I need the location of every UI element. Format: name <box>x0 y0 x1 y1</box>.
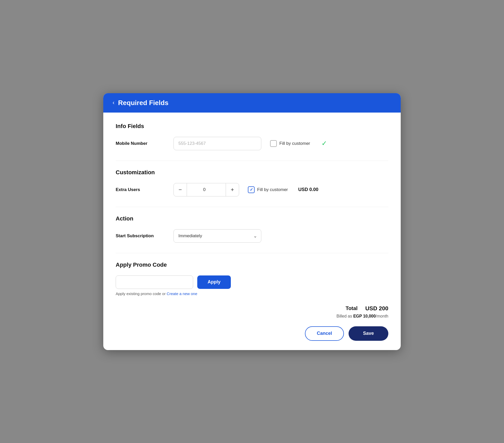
total-row: Total USD 200 <box>116 305 388 312</box>
start-subscription-label: Start Subscription <box>116 233 167 239</box>
billed-prefix: Billed as <box>336 314 352 319</box>
info-fields-section: Info Fields Mobile Number Fill by custom… <box>116 123 388 150</box>
modal-title: Required Fields <box>118 99 168 107</box>
extra-users-fill-by-customer-group: Fill by customer <box>248 186 288 193</box>
mobile-fill-by-customer-group: Fill by customer <box>270 140 310 147</box>
extra-users-label: Extra Users <box>116 187 167 192</box>
save-button[interactable]: Save <box>349 326 388 341</box>
extra-users-fill-by-customer-checkbox[interactable] <box>248 186 255 193</box>
promo-row: Apply <box>116 275 388 289</box>
start-subscription-row: Start Subscription Immediately On specif… <box>116 229 388 243</box>
apply-button[interactable]: Apply <box>197 275 231 289</box>
extra-users-fill-by-customer-label: Fill by customer <box>257 187 288 192</box>
decrement-button[interactable]: − <box>174 183 187 196</box>
increment-button[interactable]: + <box>226 183 239 196</box>
modal-container: ‹ Required Fields Info Fields Mobile Num… <box>103 93 401 350</box>
mobile-number-input[interactable] <box>174 137 261 150</box>
action-section: Action Start Subscription Immediately On… <box>116 215 388 243</box>
modal-header: ‹ Required Fields <box>103 93 401 113</box>
start-subscription-select[interactable]: Immediately On specific date Manual <box>174 229 261 243</box>
action-title: Action <box>116 215 388 222</box>
billed-suffix: /month <box>376 314 388 319</box>
divider-1 <box>116 161 388 161</box>
cancel-button[interactable]: Cancel <box>305 326 344 341</box>
extra-users-price: USD 0.00 <box>298 187 318 192</box>
mobile-fill-by-customer-checkbox[interactable] <box>270 140 277 147</box>
extra-users-row: Extra Users − + Fill by customer USD 0.0… <box>116 183 388 196</box>
start-subscription-select-wrapper: Immediately On specific date Manual ⌄ <box>174 229 261 243</box>
total-label: Total <box>345 305 357 311</box>
divider-2 <box>116 207 388 207</box>
promo-title: Apply Promo Code <box>116 262 388 268</box>
mobile-fill-by-customer-label: Fill by customer <box>279 141 310 146</box>
customization-section: Customization Extra Users − + Fill by cu… <box>116 169 388 196</box>
promo-code-input[interactable] <box>116 275 193 289</box>
extra-users-stepper: − + <box>174 183 239 196</box>
footer-actions: Cancel Save <box>116 326 388 341</box>
info-fields-title: Info Fields <box>116 123 388 130</box>
promo-hint: Apply existing promo code or Create a ne… <box>116 291 388 296</box>
modal-body: Info Fields Mobile Number Fill by custom… <box>103 113 401 350</box>
billed-amount: EGP 10,000 <box>353 314 376 319</box>
total-value: USD 200 <box>365 305 388 312</box>
back-icon[interactable]: ‹ <box>113 99 114 106</box>
promo-section: Apply Promo Code Apply Apply existing pr… <box>116 262 388 296</box>
create-promo-link[interactable]: Create a new one <box>167 291 197 296</box>
mobile-valid-icon: ✓ <box>321 139 327 147</box>
mobile-number-row: Mobile Number Fill by customer ✓ <box>116 137 388 150</box>
extra-users-input[interactable] <box>187 183 226 196</box>
billed-row: Billed as EGP 10,000/month <box>116 314 388 319</box>
divider-3 <box>116 253 388 253</box>
mobile-number-label: Mobile Number <box>116 141 167 146</box>
customization-title: Customization <box>116 169 388 176</box>
